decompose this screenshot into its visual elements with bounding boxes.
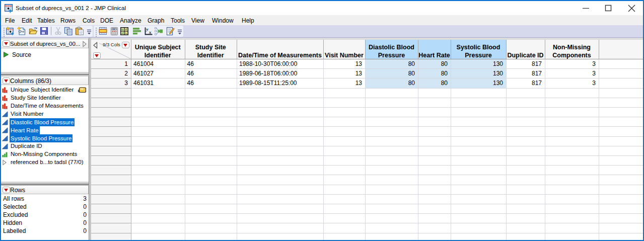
svg-text:x: x: [149, 30, 152, 35]
svg-text:y: y: [146, 27, 149, 32]
